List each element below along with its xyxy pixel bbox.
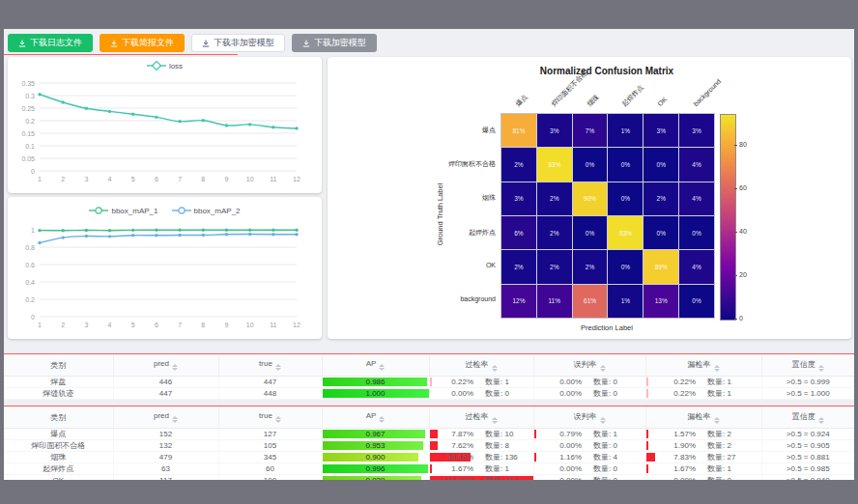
- colorbar-tick-label: 60: [739, 184, 747, 191]
- column-header-over[interactable]: 过检率: [429, 354, 533, 377]
- svg-text:9: 9: [225, 176, 229, 182]
- mis-rate-cell: 1.16%数量: 4: [533, 452, 645, 463]
- sort-icon[interactable]: [818, 365, 824, 372]
- column-header-label: 类别: [4, 406, 113, 429]
- miss-rate-cell: 0.22%数量: 1: [645, 377, 761, 388]
- rate-percent: 1.57%: [659, 430, 696, 438]
- column-header-conf[interactable]: 置信度: [761, 354, 854, 377]
- ap-cell: 0.967: [322, 429, 429, 440]
- confidence-cell: >0.5 = 0.999: [761, 377, 854, 388]
- download-report-button[interactable]: 下载简报文件: [100, 34, 185, 52]
- matrix-cell: 0%: [679, 285, 714, 318]
- confidence-cell: >0.5 = 0.985: [761, 463, 854, 475]
- row-label: 烟珠: [434, 193, 496, 203]
- column-header-mis[interactable]: 误判率: [533, 406, 645, 429]
- download-encrypted-model-button[interactable]: 下载加密模型: [292, 34, 377, 52]
- svg-text:12: 12: [293, 176, 300, 182]
- matrix-cell: 0%: [608, 182, 643, 215]
- colorbar-tick-label: 80: [739, 141, 747, 148]
- rate-percent: 0.00%: [659, 476, 696, 480]
- rate-percent: 7.62%: [437, 441, 473, 450]
- matrix-cell: 1%: [608, 285, 643, 318]
- matrix-cell: 7%: [573, 114, 608, 147]
- column-header-conf[interactable]: 置信度: [761, 406, 854, 429]
- miss-rate-cell: 1.57%数量: 2: [645, 429, 761, 440]
- metrics-table: 类别predtrueAP过检率误判率漏检率置信度爆点1521270.9677.8…: [4, 406, 854, 480]
- rate-percent: 0.22%: [659, 389, 696, 398]
- svg-text:6: 6: [155, 176, 158, 182]
- toolbar: 下载日志文件 下载简报文件 下载非加密模型 下载加密模型: [8, 34, 377, 52]
- sort-icon[interactable]: [172, 364, 178, 371]
- sort-icon[interactable]: [714, 417, 720, 424]
- column-header-label: 置信度: [792, 412, 815, 421]
- confusion-matrix-card: Normalized Confusion Matrix Ground Truth…: [328, 57, 851, 339]
- mis-rate-cell: 0.00%数量: 0: [533, 377, 645, 388]
- category-cell: 焊缝轨迹: [4, 388, 113, 400]
- over-rate-cell: 0.00%数量: 0: [429, 388, 533, 400]
- sort-icon[interactable]: [492, 417, 498, 424]
- svg-text:5: 5: [131, 322, 135, 328]
- table-row: 焊盘4464470.9860.22%数量: 10.00%数量: 00.22%数量…: [4, 377, 854, 388]
- column-header-true[interactable]: true: [218, 406, 322, 429]
- rate-percent: 7.83%: [659, 453, 696, 462]
- button-label: 下载加密模型: [314, 37, 366, 49]
- ap-cell: 0.996: [322, 463, 429, 475]
- column-header-true[interactable]: true: [218, 354, 322, 377]
- rate-cell: 0.00%数量: 0: [534, 377, 645, 387]
- sort-icon[interactable]: [600, 365, 606, 372]
- loss-chart: 00.050.10.150.20.250.30.3512345678910111…: [8, 57, 322, 193]
- sort-icon[interactable]: [492, 365, 498, 372]
- sort-icon[interactable]: [714, 365, 720, 372]
- column-header-ap[interactable]: AP: [322, 354, 429, 377]
- category-cell: 焊印面积不合格: [4, 440, 113, 452]
- sort-icon[interactable]: [275, 416, 281, 423]
- svg-text:3: 3: [84, 322, 88, 328]
- row-label: OK: [434, 262, 496, 268]
- sort-icon[interactable]: [172, 416, 178, 423]
- column-header-mis[interactable]: 误判率: [533, 354, 645, 377]
- miss-rate-cell: 1.90%数量: 2: [645, 440, 761, 452]
- matrix-cell: 2%: [501, 148, 536, 181]
- download-unencrypted-model-button[interactable]: 下载非加密模型: [191, 34, 285, 52]
- rate-percent: 0.22%: [659, 378, 696, 386]
- rate-cell: 1.16%数量: 4: [534, 452, 645, 462]
- download-log-button[interactable]: 下载日志文件: [8, 34, 93, 52]
- rate-percent: 0.00%: [545, 464, 582, 473]
- column-header-pred[interactable]: pred: [113, 406, 218, 429]
- sort-icon[interactable]: [275, 364, 281, 371]
- column-header-ap[interactable]: AP: [322, 406, 429, 429]
- matrix-cell: 3%: [679, 114, 714, 147]
- sort-icon[interactable]: [379, 364, 385, 371]
- category-cell: 爆点: [4, 429, 113, 440]
- pred-cell: 152: [113, 429, 218, 440]
- colorbar-tick-mark: [734, 275, 737, 276]
- ap-cell: 1.000: [322, 388, 429, 400]
- svg-text:0.05: 0.05: [21, 155, 35, 162]
- sort-icon[interactable]: [818, 417, 824, 424]
- column-header-label: true: [259, 411, 272, 420]
- over-rate-cell: 1.67%数量: 1: [429, 463, 533, 475]
- category-cell: OK: [4, 475, 113, 481]
- rate-count: 数量: 1: [485, 463, 526, 474]
- sort-icon[interactable]: [600, 417, 606, 424]
- rate-cell: 0.00%数量: 0: [534, 388, 645, 399]
- sort-icon[interactable]: [379, 416, 385, 423]
- category-cell: 起焊炸点: [4, 463, 113, 475]
- colorbar-tick-label: 40: [739, 228, 747, 235]
- loss-chart-card: loss 00.050.10.150.20.250.30.35123456789…: [8, 57, 322, 193]
- table-row: 烟珠4793450.90039.42%数量: 1361.16%数量: 47.83…: [4, 452, 854, 463]
- miss-rate-cell: 1.67%数量: 1: [645, 463, 761, 475]
- column-header-pred[interactable]: pred: [113, 354, 218, 377]
- mis-rate-cell: 0.00%数量: 0: [533, 388, 645, 400]
- download-icon: [302, 40, 310, 47]
- svg-text:7: 7: [178, 176, 182, 182]
- confusion-matrix-title: Normalized Confusion Matrix: [540, 66, 673, 76]
- rate-percent: 0.00%: [545, 378, 582, 386]
- column-header-label: 误判率: [574, 412, 597, 421]
- column-header-miss[interactable]: 漏检率: [645, 406, 761, 429]
- column-header-miss[interactable]: 漏检率: [645, 354, 761, 377]
- column-header-label: pred: [154, 359, 169, 368]
- column-header-over[interactable]: 过检率: [429, 406, 533, 429]
- ap-value: 0.996: [323, 463, 429, 474]
- rate-cell: 1.57%数量: 2: [646, 429, 761, 439]
